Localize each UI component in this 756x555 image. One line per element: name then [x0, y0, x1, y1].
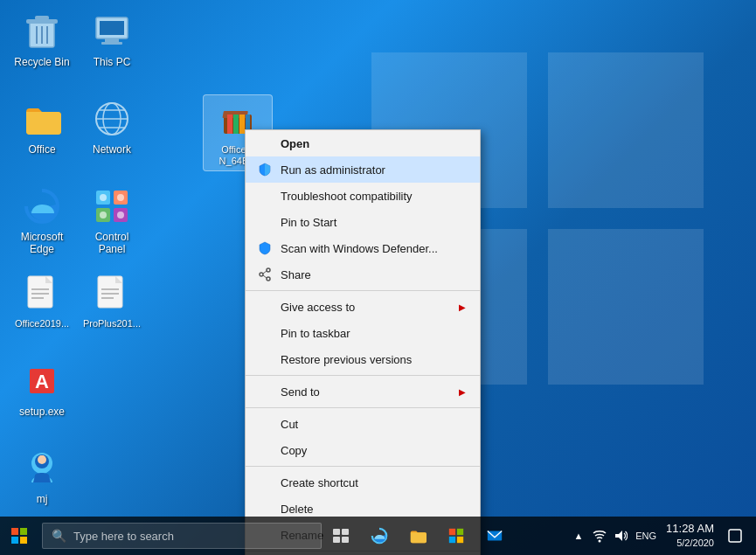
- taskbar-search-placeholder: Type here to search: [73, 530, 174, 543]
- office-folder-icon: [21, 98, 63, 140]
- ctx-item-share[interactable]: Share: [246, 261, 480, 288]
- ctx-item-copy[interactable]: Copy: [246, 437, 480, 463]
- svg-rect-61: [457, 529, 463, 535]
- office2019-label: Office2019...: [15, 318, 69, 330]
- ctx-open-label: Open: [281, 137, 466, 150]
- create-shortcut-icon: [256, 474, 274, 491]
- svg-rect-60: [449, 529, 455, 535]
- ctx-run-admin-label: Run as administrator: [281, 163, 466, 177]
- svg-rect-55: [20, 537, 27, 544]
- ctx-delete-label: Delete: [281, 503, 466, 516]
- copy-icon: [256, 441, 274, 459]
- svg-rect-38: [101, 288, 119, 290]
- ctx-separator-3: [246, 407, 480, 408]
- ctx-item-give-access[interactable]: Give access to ▶: [246, 294, 480, 320]
- svg-point-31: [100, 212, 107, 219]
- taskbar-time: 11:28 AM: [666, 521, 714, 537]
- svg-rect-22: [233, 114, 239, 134]
- svg-point-32: [117, 212, 124, 219]
- svg-rect-6: [35, 16, 49, 20]
- svg-rect-40: [101, 297, 114, 299]
- setup-exe-icon: A: [21, 360, 63, 402]
- desktop-icon-mj[interactable]: mj: [7, 444, 77, 509]
- svg-rect-53: [20, 528, 27, 535]
- tray-language-icon[interactable]: ENG: [633, 517, 659, 555]
- ctx-create-shortcut-label: Create shortcut: [281, 476, 466, 489]
- ctx-item-troubleshoot[interactable]: Troubleshoot compatibility: [246, 183, 480, 209]
- taskbar-explorer-button[interactable]: [399, 517, 437, 555]
- desktop-icon-control-panel[interactable]: Control Panel: [77, 182, 147, 260]
- svg-point-47: [267, 268, 270, 272]
- notification-center-button[interactable]: [721, 517, 749, 555]
- taskbar-store-button[interactable]: [437, 517, 475, 555]
- svg-line-50: [263, 271, 267, 274]
- taskbar-search[interactable]: 🔍 Type here to search: [42, 523, 322, 549]
- network-icon: [91, 98, 133, 140]
- ctx-separator-2: [246, 375, 480, 376]
- desktop-icon-office2019[interactable]: Office2019...: [7, 269, 77, 333]
- tray-expand-button[interactable]: ▲: [570, 517, 587, 555]
- tray-volume-icon[interactable]: [612, 517, 629, 555]
- taskbar-mail-button[interactable]: [475, 517, 514, 555]
- context-menu: Open Run as administrator Troubleshoot c…: [245, 129, 481, 555]
- ctx-item-send-to[interactable]: Send to ▶: [246, 378, 480, 405]
- give-access-icon: [256, 298, 274, 316]
- svg-rect-58: [333, 537, 340, 543]
- taskbar-edge-button[interactable]: [360, 517, 399, 555]
- control-panel-label: Control Panel: [80, 231, 143, 256]
- start-button[interactable]: [0, 517, 38, 555]
- setup-label: setup.exe: [19, 406, 65, 418]
- ctx-pin-taskbar-label: Pin to taskbar: [281, 327, 466, 340]
- control-panel-icon: [91, 185, 133, 227]
- svg-rect-34: [31, 288, 49, 290]
- edge-icon: [21, 185, 63, 227]
- svg-rect-54: [11, 537, 18, 544]
- shield-icon: [256, 161, 274, 178]
- send-to-arrow: ▶: [459, 387, 466, 397]
- mj-label: mj: [37, 493, 48, 505]
- ctx-separator-4: [246, 466, 480, 467]
- ctx-scan-defender-label: Scan with Windows Defender...: [281, 242, 466, 255]
- svg-point-46: [38, 455, 45, 462]
- desktop-icon-recycle-bin[interactable]: Recycle Bin: [7, 7, 77, 72]
- recycle-bin-label: Recycle Bin: [14, 56, 69, 68]
- ctx-item-scan-defender[interactable]: Scan with Windows Defender...: [246, 235, 480, 261]
- ctx-troubleshoot-label: Troubleshoot compatibility: [281, 190, 466, 203]
- office-label: Office: [28, 143, 55, 156]
- ctx-item-pin-taskbar[interactable]: Pin to taskbar: [246, 320, 480, 346]
- delete-icon: [256, 500, 274, 517]
- task-view-button[interactable]: [322, 517, 360, 555]
- svg-point-65: [599, 540, 601, 543]
- ctx-item-open[interactable]: Open: [246, 130, 480, 156]
- desktop-icon-this-pc[interactable]: This PC: [77, 7, 147, 72]
- desktop-icon-setup[interactable]: A setup.exe: [7, 357, 77, 421]
- ctx-item-run-admin[interactable]: Run as administrator: [246, 156, 480, 183]
- ctx-copy-label: Copy: [281, 444, 466, 457]
- ctx-item-restore-prev[interactable]: Restore previous versions: [246, 346, 480, 372]
- mj-user-icon: [21, 447, 63, 489]
- desktop-icon-network[interactable]: Network: [77, 94, 147, 159]
- desktop-icon-proplus[interactable]: ProPlus201...: [77, 269, 147, 333]
- ctx-item-create-shortcut[interactable]: Create shortcut: [246, 469, 480, 496]
- ctx-item-cut[interactable]: Cut: [246, 411, 480, 437]
- svg-rect-13: [101, 42, 122, 45]
- svg-rect-57: [342, 529, 349, 535]
- taskbar-right: ▲ ENG 11:28: [570, 517, 756, 555]
- tray-network-icon[interactable]: [591, 517, 608, 555]
- desktop-icon-office[interactable]: Office: [7, 94, 77, 159]
- svg-point-30: [117, 194, 124, 201]
- ctx-cut-label: Cut: [281, 418, 466, 431]
- this-pc-label: This PC: [94, 56, 131, 68]
- ctx-pin-start-label: Pin to Start: [281, 216, 466, 229]
- svg-point-48: [260, 273, 263, 276]
- svg-rect-63: [457, 537, 463, 543]
- svg-rect-35: [31, 293, 49, 295]
- proplus-label: ProPlus201...: [83, 318, 141, 330]
- svg-text:A: A: [35, 371, 49, 392]
- taskbar-clock[interactable]: 11:28 AM 5/2/2020: [666, 521, 714, 551]
- svg-rect-52: [11, 528, 18, 535]
- pin-taskbar-icon: [256, 324, 274, 342]
- desktop-icon-edge[interactable]: MicrosoftEdge: [7, 182, 77, 260]
- ctx-item-pin-start[interactable]: Pin to Start: [246, 209, 480, 235]
- open-icon: [256, 135, 274, 152]
